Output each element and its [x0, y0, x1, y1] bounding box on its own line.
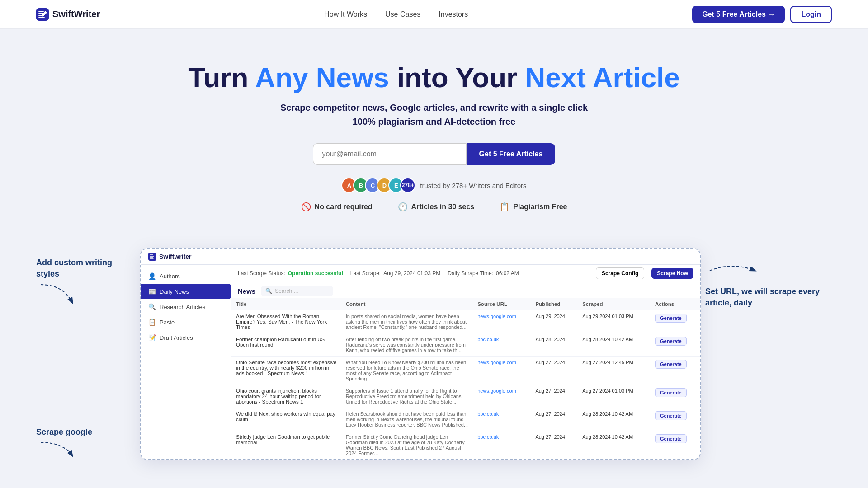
row-source: news.google.com [473, 357, 531, 385]
row-actions: Generate [651, 385, 700, 408]
row-actions: Generate [651, 333, 700, 357]
row-title: Are Men Obsessed With the Roman Empire? … [231, 310, 341, 333]
right-annotations: Set URL, we will scrape every article, d… [705, 248, 832, 309]
table-row: Ohio court grants injunction, blocks man… [231, 385, 700, 408]
hero-title-part2: Any News [255, 62, 389, 93]
generate-button[interactable]: Generate [655, 434, 687, 443]
left-annotations: Add custom writing styles Scrape google [36, 248, 136, 477]
toolbar-section-last-scrape: Last Scrape: Aug 29, 2024 01:03 PM [350, 270, 440, 277]
clipboard-icon: 📋 [500, 202, 509, 212]
toolbar-section-daily-time: Daily Scrape Time: 06:02 AM [448, 270, 519, 277]
hero-cta-button[interactable]: Get 5 Free Articles [467, 143, 556, 165]
generate-button[interactable]: Generate [655, 337, 687, 346]
last-scrape-value: Aug 29, 2024 01:03 PM [383, 270, 440, 277]
features-row: 🚫 No card required 🕐 Articles in 30 secs… [18, 202, 850, 212]
hero-subtitle2: 100% plagiarism and AI-detection free [18, 117, 850, 127]
paste-icon: 📋 [148, 319, 156, 326]
sidebar-item-draft-articles[interactable]: 📝 Draft Articles [141, 330, 231, 345]
last-scrape-label: Last Scrape: [350, 270, 381, 277]
annotation-arrow-3 [705, 257, 760, 284]
navbar-cta-button[interactable]: Get 5 Free Articles → [692, 6, 785, 23]
hero-subtitle1: Scrape competitor news, Google articles,… [18, 103, 850, 113]
row-published: Aug 27, 2024 [531, 357, 578, 385]
app-window: Swiftwriter 👤 Authors 📰 Daily News 🔍 Res… [140, 248, 701, 460]
generate-button[interactable]: Generate [655, 388, 687, 397]
sidebar-draft-label: Draft Articles [160, 334, 193, 341]
row-title: Strictly judge Len Goodman to get public… [231, 431, 341, 460]
app-logo: Swiftwriter [148, 253, 192, 261]
sidebar-item-daily-news[interactable]: 📰 Daily News [141, 284, 231, 299]
daily-scrape-label: Daily Scrape Time: [448, 270, 493, 277]
app-logo-text: Swiftwriter [159, 253, 192, 260]
row-actions: Generate [651, 310, 700, 333]
daily-scrape-value: 06:02 AM [496, 270, 519, 277]
col-content: Content [341, 298, 473, 310]
section-title-row: News 🔍 Search ... [231, 282, 700, 298]
row-content: In posts shared on social media, women h… [341, 310, 473, 333]
toolbar-section-status: Last Scrape Status: Operation successful [238, 270, 343, 277]
avatar-count: 278+ [400, 178, 415, 193]
logo-icon [36, 8, 49, 21]
hero-title-part4: Next Article [525, 62, 679, 93]
draft-articles-icon: 📝 [148, 334, 156, 341]
app-sidebar: 👤 Authors 📰 Daily News 🔍 Research Articl… [141, 265, 231, 459]
email-input[interactable] [313, 143, 467, 165]
sidebar-item-authors[interactable]: 👤 Authors [141, 268, 231, 284]
annotation-custom-styles-text: Add custom writing styles [36, 257, 136, 280]
app-body: 👤 Authors 📰 Daily News 🔍 Research Articl… [141, 265, 700, 459]
news-table: Title Content Source URL Published Scrap… [231, 298, 700, 459]
row-scraped: Aug 27 2024 12:45 PM [578, 357, 651, 385]
col-title: Title [231, 298, 341, 310]
row-published: Aug 27, 2024 [531, 408, 578, 431]
row-source: news.google.com [473, 385, 531, 408]
row-source: bbc.co.uk [473, 333, 531, 357]
navbar-nav: How It Works Use Cases Investors [324, 10, 468, 19]
annotation-scrape-google: Scrape google [36, 427, 136, 462]
row-scraped: Aug 29 2024 01:03 PM [578, 310, 651, 333]
row-title: Former champion Raducanu out in US Open … [231, 333, 341, 357]
brand-logo[interactable]: SwiftWriter [36, 8, 100, 21]
row-published: Aug 29, 2024 [531, 310, 578, 333]
navbar-actions: Get 5 Free Articles → Login [692, 6, 832, 23]
search-icon: 🔍 [265, 288, 272, 294]
authors-icon: 👤 [148, 272, 156, 280]
trust-row: A B C D E 278+ trusted by 278+ Writers a… [18, 178, 850, 193]
row-source: bbc.co.uk [473, 408, 531, 431]
search-box[interactable]: 🔍 Search ... [261, 286, 333, 296]
sidebar-item-paste[interactable]: 📋 Paste [141, 314, 231, 330]
scrape-now-button[interactable]: Scrape Now [651, 268, 693, 279]
row-source: bbc.co.uk [473, 431, 531, 460]
app-table: Title Content Source URL Published Scrap… [231, 298, 700, 459]
row-content: After fending off two break points in th… [341, 333, 473, 357]
hero-form: Get 5 Free Articles [18, 143, 850, 165]
annotation-scrape-google-text: Scrape google [36, 427, 136, 438]
app-header: Swiftwriter [141, 249, 700, 265]
row-published: Aug 27, 2024 [531, 431, 578, 460]
annotation-arrow-2 [36, 438, 77, 460]
generate-button[interactable]: Generate [655, 314, 687, 323]
annotation-custom-styles: Add custom writing styles [36, 257, 136, 309]
row-scraped: Aug 27 2024 01:03 PM [578, 385, 651, 408]
table-row: Strictly judge Len Goodman to get public… [231, 431, 700, 460]
sidebar-item-research-articles[interactable]: 🔍 Research Articles [141, 299, 231, 314]
generate-button[interactable]: Generate [655, 360, 687, 369]
feature-articles-speed: 🕐 Articles in 30 secs [398, 202, 475, 212]
app-main: Last Scrape Status: Operation successful… [231, 265, 700, 459]
nav-investors[interactable]: Investors [439, 10, 468, 19]
login-button[interactable]: Login [790, 6, 832, 23]
hero-title-part3: into Your [389, 62, 525, 93]
sidebar-paste-label: Paste [160, 319, 175, 326]
scrape-config-button[interactable]: Scrape Config [596, 267, 644, 279]
table-row: Former champion Raducanu out in US Open … [231, 333, 700, 357]
nav-how-it-works[interactable]: How It Works [324, 10, 367, 19]
navbar-cta-label: Get 5 Free Articles → [702, 10, 775, 19]
row-actions: Generate [651, 357, 700, 385]
annotation-set-url-text: Set URL, we will scrape every article, d… [705, 286, 832, 309]
demo-section: Add custom writing styles Scrape google [0, 248, 868, 488]
nav-use-cases[interactable]: Use Cases [385, 10, 420, 19]
last-scrape-status-label: Last Scrape Status: [238, 270, 285, 277]
table-row: We did it! Next shop workers win equal p… [231, 408, 700, 431]
generate-button[interactable]: Generate [655, 411, 687, 420]
hero-title-part1: Turn [188, 62, 255, 93]
table-header: Title Content Source URL Published Scrap… [231, 298, 700, 310]
